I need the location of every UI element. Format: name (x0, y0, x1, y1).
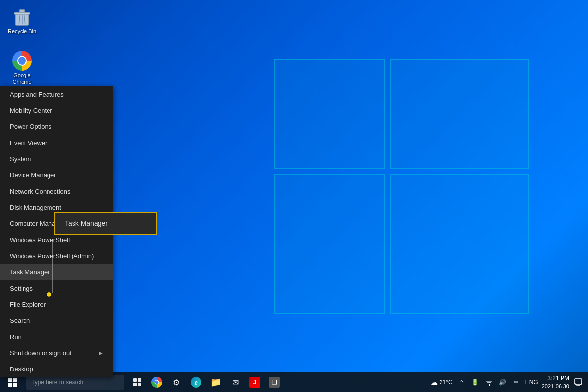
menu-item-search[interactable]: Search (0, 313, 113, 329)
tray-network-icon[interactable] (484, 377, 494, 387)
logo-pane-tr (390, 59, 529, 169)
taskbar-icons: ⚙ e 📁 ✉ J ❑ (124, 373, 426, 391)
tray-pen-icon[interactable]: ✏ (512, 377, 521, 387)
tray-language[interactable]: ENG (525, 379, 538, 386)
menu-item-network-connections[interactable]: Network Connections (0, 183, 113, 199)
taskbar-file-explorer[interactable]: 📁 (207, 373, 224, 391)
logo-pane-bl (274, 174, 385, 314)
recycle-bin-label: Recycle Bin (8, 28, 36, 35)
chrome-icon (12, 51, 32, 71)
logo-pane-br (390, 174, 529, 314)
folder-icon: 📁 (210, 377, 221, 388)
arrow-icon: ▶ (99, 350, 103, 356)
desktop-icon-chrome[interactable]: Google Chrome (5, 49, 39, 87)
desktop-icon-recycle-bin[interactable]: Recycle Bin (5, 5, 39, 37)
recycle-bin-icon (12, 7, 32, 26)
taskbar-taskview[interactable] (128, 373, 146, 391)
start-sq-1 (8, 378, 12, 382)
taskbar-chrome[interactable] (148, 373, 166, 391)
tray-weather[interactable]: ☁ 21°C (431, 378, 453, 386)
taskbar-app6[interactable]: J (246, 373, 264, 391)
mail-icon: ✉ (232, 378, 239, 387)
tray-notifications-icon[interactable] (573, 377, 583, 387)
pen-icon: ✏ (514, 379, 519, 386)
gear-icon: ⚙ (173, 378, 180, 387)
tray-datetime[interactable]: 3:21 PM 2021-06-30 (542, 374, 569, 390)
volume-icon: 🔊 (499, 379, 506, 386)
tray-show-hidden-icon[interactable]: ^ (457, 377, 466, 387)
svg-rect-8 (133, 383, 137, 386)
windows-logo-bg (274, 59, 529, 314)
menu-item-mobility-center[interactable]: Mobility Center (0, 102, 113, 119)
start-sq-4 (13, 383, 17, 387)
menu-item-event-viewer[interactable]: Event Viewer (0, 135, 113, 151)
svg-rect-10 (489, 384, 490, 386)
menu-item-shut-down[interactable]: Shut down or sign out ▶ (0, 345, 113, 361)
tray-battery-icon[interactable]: 🔋 (470, 377, 480, 387)
menu-item-file-explorer[interactable]: File Explorer (0, 296, 113, 313)
menu-item-apps-features[interactable]: Apps and Features (0, 86, 113, 102)
menu-item-device-manager[interactable]: Device Manager (0, 167, 113, 183)
task-manager-tooltip: Task Manager (54, 212, 157, 235)
chevron-up-icon: ^ (460, 379, 463, 386)
menu-item-settings[interactable]: Settings (0, 280, 113, 296)
taskbar-settings[interactable]: ⚙ (168, 373, 185, 391)
task-manager-dot (47, 292, 51, 297)
svg-rect-7 (138, 378, 141, 382)
taskbar-edge[interactable]: e (187, 373, 205, 391)
system-tray: ☁ 21°C ^ 🔋 🔊 (426, 372, 588, 392)
taskbar-mail[interactable]: ✉ (226, 373, 244, 391)
menu-item-system[interactable]: System (0, 151, 113, 167)
svg-rect-6 (133, 378, 137, 382)
chrome-label: Google Chrome (7, 73, 37, 85)
battery-icon: 🔋 (471, 379, 479, 386)
menu-item-desktop[interactable]: Desktop (0, 361, 113, 377)
windows-start-icon (8, 378, 17, 387)
start-sq-3 (8, 383, 12, 387)
svg-rect-11 (487, 382, 491, 383)
menu-item-windows-powershell-admin[interactable]: Windows PowerShell (Admin) (0, 248, 113, 264)
temperature: 21°C (440, 379, 453, 386)
menu-item-run[interactable]: Run (0, 329, 113, 345)
connector-line (52, 240, 53, 293)
start-sq-2 (13, 378, 17, 382)
svg-rect-2 (14, 12, 30, 14)
taskbar-app7[interactable]: ❑ (266, 373, 283, 391)
svg-rect-9 (138, 383, 141, 386)
menu-item-task-manager[interactable]: Task Manager (0, 264, 113, 280)
menu-item-power-options[interactable]: Power Options (0, 119, 113, 135)
tray-volume-icon[interactable]: 🔊 (498, 377, 508, 387)
svg-rect-12 (486, 381, 492, 382)
search-placeholder: Type here to search (31, 379, 83, 386)
desktop: Recycle Bin Google Chrome e Microsoft Ed… (0, 0, 588, 392)
cloud-icon: ☁ (431, 378, 438, 386)
svg-rect-13 (575, 379, 582, 384)
logo-pane-tl (274, 59, 385, 169)
